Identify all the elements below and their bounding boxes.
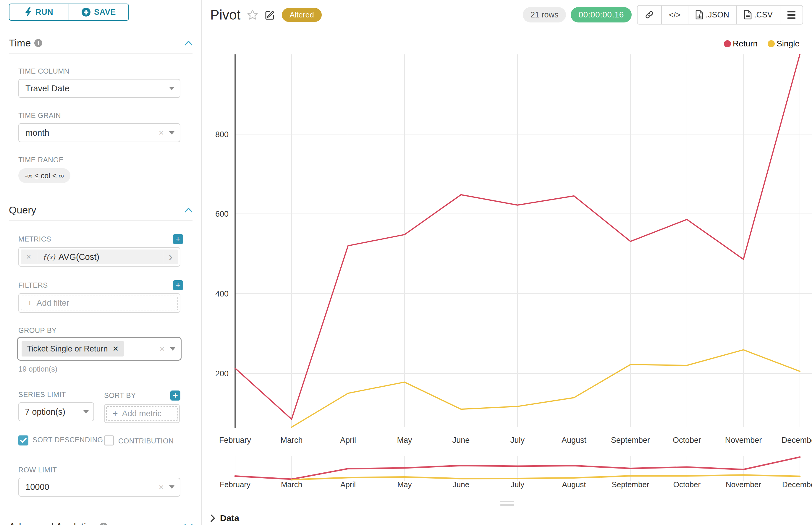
- svg-text:July: July: [511, 436, 525, 445]
- sort-by-container: + Add metric: [104, 404, 180, 423]
- save-button-label: SAVE: [94, 8, 116, 17]
- svg-text:November: November: [726, 480, 761, 489]
- time-column-label: TIME COLUMN: [18, 67, 192, 75]
- chevron-down-icon: [169, 485, 175, 489]
- svg-text:March: March: [281, 480, 302, 489]
- time-range-pill[interactable]: -∞ ≤ col < ∞: [18, 168, 70, 183]
- contribution-label: CONTRIBUTION: [118, 436, 174, 446]
- series-limit-select[interactable]: 7 option(s): [18, 402, 94, 421]
- edit-properties-icon[interactable]: [265, 10, 275, 20]
- chevron-down-icon: [84, 410, 89, 414]
- check-icon: [20, 437, 27, 444]
- chevron-up-icon[interactable]: [184, 41, 192, 46]
- chart-header: Pivot Altered 21 rows 00:00:00.16: [202, 0, 812, 30]
- group-by-tag[interactable]: Ticket Single or Return ✕: [21, 341, 124, 357]
- add-filter-dropzone[interactable]: + Add filter: [21, 296, 178, 310]
- filters-container: + Add filter: [18, 293, 180, 313]
- time-column-select[interactable]: Travel Date: [18, 79, 180, 98]
- contribution-checkbox[interactable]: [104, 435, 114, 446]
- add-metric-label: Add metric: [122, 409, 162, 418]
- csv-button-label: .CSV: [754, 10, 773, 19]
- panel-resize-handle[interactable]: [500, 501, 514, 506]
- line-chart[interactable]: 200400600800FebruaryMarchAprilMayJuneJul…: [202, 30, 812, 491]
- time-grain-select[interactable]: month ×: [18, 123, 180, 142]
- favorite-star-icon[interactable]: [247, 10, 258, 20]
- group-by-select[interactable]: Ticket Single or Return ✕ ×: [17, 337, 181, 361]
- row-count-badge: 21 rows: [523, 7, 566, 22]
- add-filter-button[interactable]: +: [173, 280, 183, 290]
- time-section-title: Time: [9, 37, 31, 49]
- query-timer-badge: 00:00:00.16: [571, 7, 631, 22]
- group-by-label: GROUP BY: [18, 326, 192, 335]
- query-section-title: Query: [9, 204, 36, 216]
- time-grain-value: month: [26, 128, 159, 138]
- altered-badge[interactable]: Altered: [282, 8, 322, 22]
- svg-text:600: 600: [215, 210, 228, 219]
- row-limit-label: ROW LIMIT: [18, 466, 192, 474]
- export-toolbar: </> .JSON: [637, 5, 803, 25]
- svg-text:June: June: [453, 480, 469, 489]
- add-sort-metric-button[interactable]: +: [170, 390, 180, 401]
- data-panel-label: Data: [220, 513, 239, 523]
- explore-view: RUN SAVE Time i TIME COLUMN Travel D: [0, 0, 812, 525]
- remove-tag-icon[interactable]: ✕: [113, 345, 119, 353]
- svg-text:April: April: [340, 436, 356, 445]
- metric-pill[interactable]: × ƒ(x) AVG(Cost) ›: [21, 250, 178, 264]
- svg-text:800: 800: [215, 130, 228, 139]
- chevron-right-icon[interactable]: ›: [163, 251, 178, 262]
- svg-text:May: May: [397, 436, 412, 445]
- link-icon: [645, 10, 654, 19]
- clear-icon[interactable]: ×: [159, 128, 164, 138]
- section-divider: [9, 220, 192, 221]
- run-button-label: RUN: [35, 8, 53, 17]
- time-section-header[interactable]: Time i: [9, 37, 192, 49]
- copy-link-button[interactable]: [637, 5, 662, 24]
- query-section-header[interactable]: Query: [9, 204, 192, 216]
- series-limit-label: SERIES LIMIT: [18, 390, 104, 399]
- csv-file-icon: [744, 10, 752, 19]
- sort-descending-label: SORT DESCENDING: [32, 435, 103, 446]
- chart-panel: Pivot Altered 21 rows 00:00:00.16: [202, 0, 812, 525]
- svg-text:October: October: [673, 480, 701, 489]
- series-limit-value: 7 option(s): [25, 407, 84, 417]
- data-panel-toggle[interactable]: Data: [210, 513, 239, 523]
- svg-text:December: December: [782, 480, 812, 489]
- export-csv-button[interactable]: .CSV: [737, 5, 780, 24]
- chevron-up-icon[interactable]: [184, 208, 192, 212]
- run-button[interactable]: RUN: [10, 4, 69, 20]
- json-file-icon: [695, 10, 703, 19]
- menu-icon: [787, 11, 795, 19]
- json-button-label: .JSON: [706, 10, 729, 19]
- svg-text:September: September: [611, 436, 650, 445]
- time-grain-label: TIME GRAIN: [18, 111, 192, 120]
- row-limit-value: 10000: [26, 482, 159, 492]
- time-range-label: TIME RANGE: [18, 156, 192, 164]
- plus-icon: +: [27, 298, 32, 308]
- clear-icon[interactable]: ×: [159, 482, 164, 492]
- options-hint: 19 option(s): [18, 365, 192, 373]
- metrics-label: METRICS: [18, 235, 51, 243]
- svg-text:200: 200: [215, 369, 228, 378]
- chevron-down-icon: [169, 131, 175, 135]
- remove-metric-icon[interactable]: ×: [21, 252, 37, 261]
- clear-icon[interactable]: ×: [159, 344, 165, 354]
- advanced-analytics-header[interactable]: Advanced Analytics i: [9, 521, 192, 525]
- add-sort-metric-dropzone[interactable]: + Add metric: [106, 406, 178, 421]
- run-save-button-group: RUN SAVE: [9, 3, 129, 21]
- svg-text:June: June: [453, 436, 470, 445]
- svg-text:March: March: [280, 436, 302, 445]
- filters-label: FILTERS: [18, 281, 48, 289]
- add-metric-button[interactable]: +: [173, 234, 183, 244]
- control-panel-sidebar: RUN SAVE Time i TIME COLUMN Travel D: [0, 0, 202, 525]
- time-column-value: Travel Date: [26, 84, 169, 93]
- sort-by-label: SORT BY: [104, 391, 136, 400]
- export-json-button[interactable]: .JSON: [689, 5, 737, 24]
- save-button[interactable]: SAVE: [69, 4, 128, 20]
- sort-descending-checkbox[interactable]: [18, 435, 28, 446]
- row-limit-select[interactable]: 10000 ×: [18, 478, 180, 497]
- embed-code-button[interactable]: </>: [662, 5, 689, 24]
- svg-text:February: February: [220, 480, 250, 489]
- svg-text:December: December: [782, 436, 812, 445]
- svg-text:September: September: [611, 480, 649, 489]
- more-options-button[interactable]: [780, 5, 802, 24]
